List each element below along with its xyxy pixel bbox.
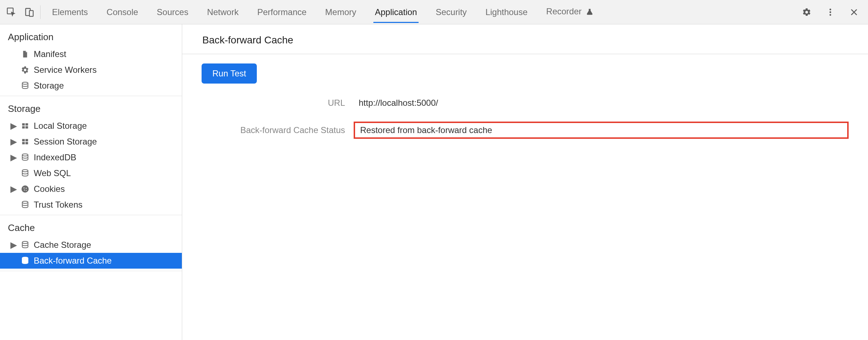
tab-elements[interactable]: Elements [51, 1, 89, 23]
svg-point-5 [830, 14, 831, 16]
more-vert-icon[interactable] [826, 8, 835, 17]
svg-rect-2 [29, 10, 33, 16]
sidebar-item-label: Storage [34, 81, 64, 91]
sidebar-item-back-forward-cache[interactable]: ▶ Back-forward Cache [0, 253, 182, 269]
row-value-url: http://localhost:5000/ [354, 96, 849, 110]
svg-point-19 [26, 188, 27, 189]
tab-sources[interactable]: Sources [155, 1, 190, 23]
table-icon [20, 138, 30, 146]
sidebar-item-manifest[interactable]: ▶ Manifest [0, 46, 182, 62]
chevron-right-icon: ▶ [11, 152, 16, 162]
sidebar-item-label: Cookies [34, 184, 65, 194]
beaker-icon [586, 8, 593, 18]
application-sidebar: Application ▶ Manifest ▶ Service Workers… [0, 24, 182, 340]
toolbar-divider [40, 5, 41, 19]
tab-console[interactable]: Console [105, 1, 140, 23]
db-icon [20, 200, 30, 209]
tab-performance[interactable]: Performance [256, 1, 308, 23]
sidebar-item-session-storage[interactable]: ▶ Session Storage [0, 134, 182, 150]
tab-label: Elements [52, 7, 88, 17]
sidebar-item-label: Cache Storage [34, 240, 91, 250]
chevron-right-icon: ▶ [11, 240, 16, 250]
row-label-url: URL [202, 98, 345, 108]
sidebar-item-cache-storage[interactable]: ▶ Cache Storage [0, 237, 182, 253]
device-toolbar-icon[interactable] [24, 7, 34, 17]
tab-security[interactable]: Security [434, 1, 468, 23]
tab-label: Network [207, 7, 239, 17]
sidebar-item-label: Web SQL [34, 168, 71, 178]
content-pane: Back-forward Cache Run Test URL http://l… [182, 24, 868, 340]
svg-point-23 [22, 241, 28, 244]
sidebar-group-title: Storage [0, 96, 182, 118]
details-grid: URL http://localhost:5000/ Back-forward … [202, 96, 849, 139]
tab-label: Recorder [546, 6, 582, 16]
tab-label: Sources [157, 7, 188, 17]
sidebar-item-cookies[interactable]: ▶ Cookies [0, 181, 182, 197]
svg-rect-8 [25, 123, 28, 126]
sidebar-item-service-workers[interactable]: ▶ Service Workers [0, 62, 182, 78]
db-icon [20, 81, 30, 90]
svg-point-22 [22, 201, 28, 203]
gear-icon [20, 66, 30, 74]
svg-rect-11 [22, 139, 25, 141]
sidebar-item-storage[interactable]: ▶ Storage [0, 78, 182, 94]
sidebar-item-web-sql[interactable]: ▶ Web SQL [0, 165, 182, 181]
tab-lighthouse[interactable]: Lighthouse [484, 1, 529, 23]
sidebar-item-label: Service Workers [34, 65, 97, 75]
svg-rect-13 [22, 142, 25, 144]
tab-label: Memory [325, 7, 357, 17]
cookie-icon [20, 185, 30, 193]
run-test-button[interactable]: Run Test [202, 63, 257, 84]
devtools-toolbar: Elements Console Sources Network Perform… [0, 0, 868, 24]
sidebar-item-trust-tokens[interactable]: ▶ Trust Tokens [0, 197, 182, 213]
svg-point-21 [26, 190, 27, 191]
main-tabs: Elements Console Sources Network Perform… [51, 1, 595, 23]
tab-application[interactable]: Application [373, 1, 418, 23]
svg-point-6 [22, 82, 28, 84]
svg-point-18 [23, 187, 24, 188]
row-value-bfcache-status: Restored from back-forward cache [354, 122, 849, 139]
tab-memory[interactable]: Memory [324, 1, 358, 23]
sidebar-item-label: Session Storage [34, 137, 97, 147]
tab-network[interactable]: Network [206, 1, 240, 23]
svg-point-4 [830, 11, 831, 13]
page-title: Back-forward Cache [202, 34, 293, 46]
sidebar-group-title: Cache [0, 215, 182, 237]
file-icon [20, 49, 30, 59]
tab-label: Application [375, 7, 417, 17]
table-icon [20, 122, 30, 130]
chevron-right-icon: ▶ [11, 137, 16, 147]
tab-label: Lighthouse [485, 7, 527, 17]
sidebar-item-local-storage[interactable]: ▶ Local Storage [0, 118, 182, 134]
settings-gear-icon[interactable] [802, 8, 811, 17]
sidebar-item-label: Back-forward Cache [34, 256, 112, 266]
inspect-element-icon[interactable] [6, 7, 16, 17]
db-icon [20, 241, 30, 249]
sidebar-item-label: IndexedDB [34, 152, 76, 162]
sidebar-item-indexeddb[interactable]: ▶ IndexedDB [0, 150, 182, 165]
group-divider [0, 271, 182, 271]
svg-rect-12 [25, 139, 28, 141]
close-devtools-icon[interactable] [849, 8, 859, 17]
svg-point-20 [24, 190, 25, 191]
sidebar-item-label: Manifest [34, 49, 66, 59]
sidebar-group-title: Application [0, 24, 182, 46]
content-header: Back-forward Cache [182, 24, 868, 54]
tab-label: Performance [257, 7, 306, 17]
svg-rect-7 [22, 123, 25, 126]
svg-point-3 [830, 9, 831, 10]
db-icon [20, 169, 30, 178]
tab-recorder[interactable]: Recorder [545, 1, 595, 23]
chevron-right-icon: ▶ [11, 184, 16, 194]
content-body: Run Test URL http://localhost:5000/ Back… [182, 54, 868, 148]
svg-point-16 [22, 170, 28, 172]
sidebar-item-label: Trust Tokens [34, 200, 82, 210]
svg-rect-14 [25, 142, 28, 144]
toolbar-right-group [802, 8, 861, 17]
toolbar-left-group [6, 7, 34, 17]
tab-label: Security [436, 7, 467, 17]
svg-rect-10 [25, 126, 28, 128]
db-icon [20, 256, 30, 265]
db-icon [20, 153, 30, 162]
svg-point-17 [22, 185, 29, 193]
